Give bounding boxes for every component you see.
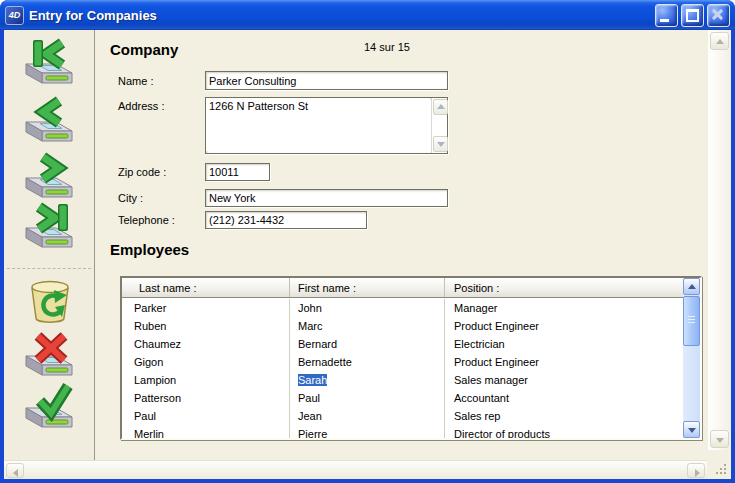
next-record-button[interactable] — [18, 152, 80, 204]
table-cell[interactable]: John — [290, 299, 445, 317]
telephone-field[interactable] — [205, 211, 367, 229]
table-row[interactable]: PaulJeanSales rep — [122, 407, 683, 425]
table-cell[interactable]: Chaumez — [122, 335, 290, 353]
column-header-last-name[interactable]: Last name : — [122, 278, 290, 297]
table-cell[interactable]: Sales manager — [445, 371, 683, 389]
previous-record-icon — [18, 96, 80, 146]
employee-table-body: ParkerJohnManagerRubenMarcProduct Engine… — [122, 299, 683, 438]
app-window: 4D Entry for Companies — [0, 0, 735, 483]
chevron-right-icon — [695, 469, 700, 477]
app-icon-4d: 4D — [5, 6, 24, 25]
employees-heading: Employees — [110, 241, 189, 258]
close-button[interactable] — [707, 4, 730, 27]
table-cell[interactable]: Parker — [122, 299, 290, 317]
delete-record-button[interactable] — [18, 276, 80, 328]
table-scroll-down-button[interactable] — [683, 421, 700, 438]
company-heading: Company — [110, 41, 178, 58]
address-scroll-up-button[interactable] — [433, 99, 448, 115]
address-scrollbar[interactable] — [431, 98, 447, 153]
table-row[interactable]: LampionSarahSales manager — [122, 371, 683, 389]
table-cell[interactable]: Sarah — [290, 371, 445, 389]
table-row[interactable]: ParkerJohnManager — [122, 299, 683, 317]
table-cell[interactable]: Paul — [122, 407, 290, 425]
selected-cell-highlight[interactable]: Sarah — [298, 374, 327, 386]
window-title: Entry for Companies — [29, 8, 652, 23]
table-cell[interactable]: Jean — [290, 407, 445, 425]
window-vertical-scrollbar[interactable] — [708, 30, 731, 450]
window-horizontal-scrollbar[interactable] — [4, 460, 707, 479]
first-record-icon — [18, 38, 80, 88]
zip-code-label: Zip code : — [118, 166, 166, 178]
table-scroll-up-button[interactable] — [683, 278, 700, 295]
table-cell[interactable]: Product Engineer — [445, 317, 683, 335]
name-label: Name : — [118, 75, 153, 87]
next-record-icon — [18, 152, 80, 202]
table-cell[interactable]: Marc — [290, 317, 445, 335]
chevron-left-icon — [13, 469, 18, 477]
table-cell[interactable]: Manager — [445, 299, 683, 317]
name-field[interactable] — [205, 71, 448, 90]
table-cell[interactable]: Merlin — [122, 425, 290, 438]
table-cell[interactable]: Product Engineer — [445, 353, 683, 371]
trash-icon — [18, 276, 80, 328]
table-cell[interactable]: Ruben — [122, 317, 290, 335]
table-row[interactable]: RubenMarcProduct Engineer — [122, 317, 683, 335]
first-record-button[interactable] — [18, 38, 80, 90]
address-field-box: 1266 N Patterson St — [205, 97, 448, 154]
accept-check-icon — [18, 382, 80, 432]
table-scrollbar-thumb[interactable] — [683, 296, 700, 346]
last-record-icon — [18, 202, 80, 252]
window-scroll-up-button[interactable] — [710, 32, 729, 50]
table-cell[interactable]: Bernard — [290, 335, 445, 353]
table-cell[interactable]: Director of products — [445, 425, 683, 438]
address-label: Address : — [118, 100, 164, 112]
chevron-up-icon — [437, 104, 445, 109]
table-cell[interactable]: Bernadette — [290, 353, 445, 371]
form-area: Company 14 sur 15 Name : Address : Zip c… — [4, 30, 731, 479]
scrollbar-corner — [708, 460, 731, 479]
table-cell[interactable]: Electrician — [445, 335, 683, 353]
record-counter: 14 sur 15 — [364, 41, 410, 53]
address-scroll-down-button[interactable] — [433, 136, 448, 152]
toolbar-sidebar — [4, 30, 95, 461]
chevron-down-icon — [437, 142, 445, 147]
table-row[interactable]: PattersonPaulAccountant — [122, 389, 683, 407]
toolbar-separator — [7, 268, 91, 269]
chevron-down-icon — [688, 428, 696, 433]
table-cell[interactable]: Pierre — [290, 425, 445, 438]
window-scroll-left-button[interactable] — [6, 463, 24, 478]
chevron-down-icon — [716, 438, 724, 443]
table-row[interactable]: ChaumezBernardElectrician — [122, 335, 683, 353]
chevron-up-icon — [716, 39, 724, 44]
telephone-label: Telephone : — [118, 214, 175, 226]
table-scrollbar[interactable] — [683, 278, 700, 438]
window-scroll-down-button[interactable] — [710, 430, 729, 448]
chevron-up-icon — [688, 284, 696, 289]
table-cell[interactable]: Accountant — [445, 389, 683, 407]
employees-table-header: Last name : First name : Position : — [122, 278, 683, 298]
city-label: City : — [118, 192, 143, 204]
table-row[interactable]: MerlinPierreDirector of products — [122, 425, 683, 438]
minimize-button[interactable] — [655, 4, 678, 27]
maximize-button[interactable] — [681, 4, 704, 27]
last-record-button[interactable] — [18, 202, 80, 254]
resize-grip[interactable] — [716, 464, 728, 476]
cancel-x-icon — [18, 330, 80, 380]
cancel-record-button[interactable] — [18, 330, 80, 382]
city-field[interactable] — [205, 189, 448, 207]
table-cell[interactable]: Gigon — [122, 353, 290, 371]
employees-table: Last name : First name : Position : Park… — [120, 276, 702, 440]
column-header-position[interactable]: Position : — [445, 278, 683, 297]
window-scroll-right-button[interactable] — [687, 463, 705, 478]
accept-record-button[interactable] — [18, 382, 80, 434]
title-bar[interactable]: 4D Entry for Companies — [0, 0, 735, 30]
table-row[interactable]: GigonBernadetteProduct Engineer — [122, 353, 683, 371]
previous-record-button[interactable] — [18, 96, 80, 148]
zip-code-field[interactable] — [205, 163, 270, 181]
table-cell[interactable]: Sales rep — [445, 407, 683, 425]
address-field[interactable]: 1266 N Patterson St — [206, 98, 430, 151]
table-cell[interactable]: Lampion — [122, 371, 290, 389]
column-header-first-name[interactable]: First name : — [290, 278, 445, 297]
table-cell[interactable]: Paul — [290, 389, 445, 407]
table-cell[interactable]: Patterson — [122, 389, 290, 407]
